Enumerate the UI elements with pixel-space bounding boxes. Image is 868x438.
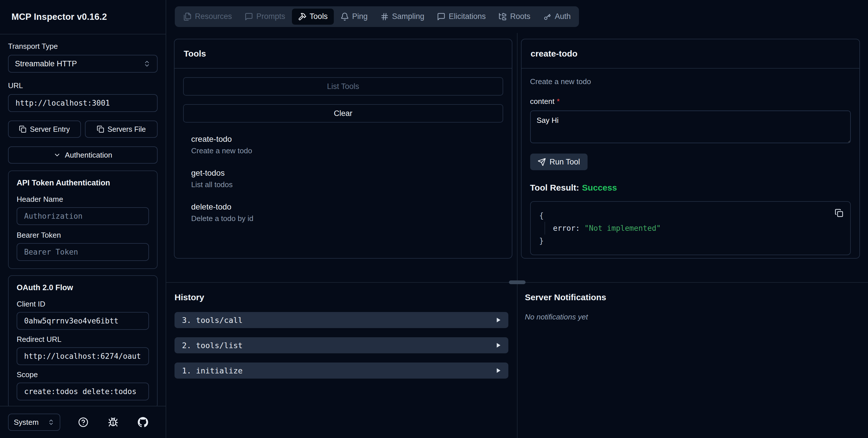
tab-bar-wrap: Resources Prompts Tools Ping Sampling xyxy=(166,0,868,33)
redirect-url-label: Redirect URL xyxy=(17,335,149,344)
footer-icons xyxy=(77,416,149,429)
github-button[interactable] xyxy=(136,416,149,429)
content-textarea[interactable]: Say Hi xyxy=(530,111,851,143)
tab-resources[interactable]: Resources xyxy=(177,9,238,25)
tool-list-item-delete-todo[interactable]: delete-todo Delete a todo by id xyxy=(183,202,503,223)
sidebar-footer: System xyxy=(0,406,166,438)
header-name-label: Header Name xyxy=(17,195,149,204)
history-row-tools-list[interactable]: 2. tools/list xyxy=(175,337,508,353)
notifications-title: Server Notifications xyxy=(525,292,860,302)
files-icon xyxy=(183,12,192,21)
list-tools-button[interactable]: List Tools xyxy=(183,77,503,96)
api-token-card: API Token Authentication Header Name Bea… xyxy=(8,170,158,269)
copy-result-button[interactable] xyxy=(835,209,843,217)
history-list: 3. tools/call 2. tools/list 1. initializ… xyxy=(175,312,508,379)
notifications-section: Server Notifications No notifications ye… xyxy=(518,283,868,438)
history-section: History 3. tools/call 2. tools/list 1. i… xyxy=(166,283,517,438)
scope-input[interactable] xyxy=(17,383,149,400)
tool-list-item-create-todo[interactable]: create-todo Create a new todo xyxy=(183,135,503,155)
notifications-empty-text: No notifications yet xyxy=(525,313,860,321)
tab-tools[interactable]: Tools xyxy=(292,9,334,25)
bearer-token-input[interactable] xyxy=(17,243,149,261)
expand-arrow-icon xyxy=(496,342,501,348)
json-value: "Not implemented" xyxy=(584,224,661,232)
runner-title: create-todo xyxy=(522,39,860,69)
servers-file-label: Servers File xyxy=(107,125,146,133)
message-square-icon xyxy=(437,12,445,21)
split-drag-handle[interactable] xyxy=(509,280,526,284)
chevrons-up-down-icon xyxy=(48,419,55,426)
header-name-input[interactable] xyxy=(17,207,149,225)
scope-label: Scope xyxy=(17,370,149,379)
tab-roots[interactable]: Roots xyxy=(492,9,536,25)
runner-body: Create a new todo content* Say Hi Run To… xyxy=(522,69,860,258)
circle-help-icon xyxy=(78,417,88,427)
send-icon xyxy=(538,158,546,166)
content-grid: Tools List Tools Clear create-todo Creat… xyxy=(166,33,868,438)
tools-panel: Tools List Tools Clear create-todo Creat… xyxy=(174,39,513,259)
tab-prompts[interactable]: Prompts xyxy=(239,9,291,25)
tools-panel-body: List Tools Clear create-todo Create a ne… xyxy=(175,69,512,258)
app-root: MCP Inspector v0.16.2 Transport Type Str… xyxy=(0,0,868,438)
transport-type-select[interactable]: Streamable HTTP xyxy=(8,55,158,73)
server-entry-label: Server Entry xyxy=(30,125,70,133)
url-input[interactable] xyxy=(8,94,158,112)
server-entry-button[interactable]: Server Entry xyxy=(8,121,81,138)
help-button[interactable] xyxy=(77,416,90,429)
result-status-badge: Success xyxy=(582,183,617,192)
authentication-toggle-label: Authentication xyxy=(65,151,112,160)
transport-type-value: Streamable HTTP xyxy=(15,59,77,68)
oauth-card: OAuth 2.0 Flow Client ID Redirect URL Sc… xyxy=(8,275,158,406)
chevron-down-icon xyxy=(53,151,61,159)
transport-type-label: Transport Type xyxy=(8,42,158,51)
result-json: { error: "Not implemented" } xyxy=(539,209,842,247)
tab-elicitations[interactable]: Elicitations xyxy=(431,9,492,25)
api-token-title: API Token Authentication xyxy=(17,179,149,187)
history-row-initialize[interactable]: 1. initialize xyxy=(175,363,508,379)
bell-icon xyxy=(340,12,349,21)
tools-column: Tools List Tools Clear create-todo Creat… xyxy=(166,33,517,282)
redirect-url-input[interactable] xyxy=(17,347,149,365)
bug-report-button[interactable] xyxy=(107,416,119,429)
tool-list-item-get-todos[interactable]: get-todos List all todos xyxy=(183,168,503,189)
url-label: URL xyxy=(8,81,158,90)
expand-arrow-icon xyxy=(496,317,501,323)
tab-auth[interactable]: Auth xyxy=(537,9,577,25)
history-row-tools-call[interactable]: 3. tools/call xyxy=(175,312,508,328)
client-id-label: Client ID xyxy=(17,300,149,309)
sidebar: MCP Inspector v0.16.2 Transport Type Str… xyxy=(0,0,166,438)
required-asterisk: * xyxy=(557,97,560,105)
oauth-title: OAuth 2.0 Flow xyxy=(17,283,149,292)
authentication-toggle[interactable]: Authentication xyxy=(8,146,158,164)
json-key: error: xyxy=(553,224,580,232)
message-square-icon xyxy=(245,12,253,21)
hash-icon xyxy=(380,12,389,21)
runner-description: Create a new todo xyxy=(530,77,851,86)
run-tool-button[interactable]: Run Tool xyxy=(530,154,588,170)
tab-ping[interactable]: Ping xyxy=(334,9,374,25)
tool-runner-panel: create-todo Create a new todo content* S… xyxy=(521,39,860,259)
content-field-label: content* xyxy=(530,97,851,106)
theme-select-value: System xyxy=(14,418,39,427)
client-id-input[interactable] xyxy=(17,312,149,330)
key-icon xyxy=(543,12,552,21)
main-area: Resources Prompts Tools Ping Sampling xyxy=(166,0,868,438)
copy-icon xyxy=(19,125,26,133)
tools-panel-title: Tools xyxy=(175,39,512,69)
sidebar-content: Transport Type Streamable HTTP URL Serve… xyxy=(0,34,166,406)
clear-tools-button[interactable]: Clear xyxy=(183,104,503,123)
copy-buttons-row: Server Entry Servers File xyxy=(8,121,158,138)
chevrons-up-down-icon xyxy=(143,60,151,67)
tool-list: create-todo Create a new todo get-todos … xyxy=(183,135,503,223)
copy-icon xyxy=(835,209,843,217)
tool-result-row: Tool Result:Success xyxy=(530,183,851,193)
copy-icon xyxy=(97,125,104,133)
theme-select[interactable]: System xyxy=(8,414,60,431)
runner-column: create-todo Create a new todo content* S… xyxy=(518,33,868,282)
servers-file-button[interactable]: Servers File xyxy=(85,121,158,138)
bug-icon xyxy=(108,417,118,427)
expand-arrow-icon xyxy=(496,368,501,373)
hammer-icon xyxy=(298,12,307,21)
tab-sampling[interactable]: Sampling xyxy=(374,9,431,25)
history-title: History xyxy=(175,292,508,302)
